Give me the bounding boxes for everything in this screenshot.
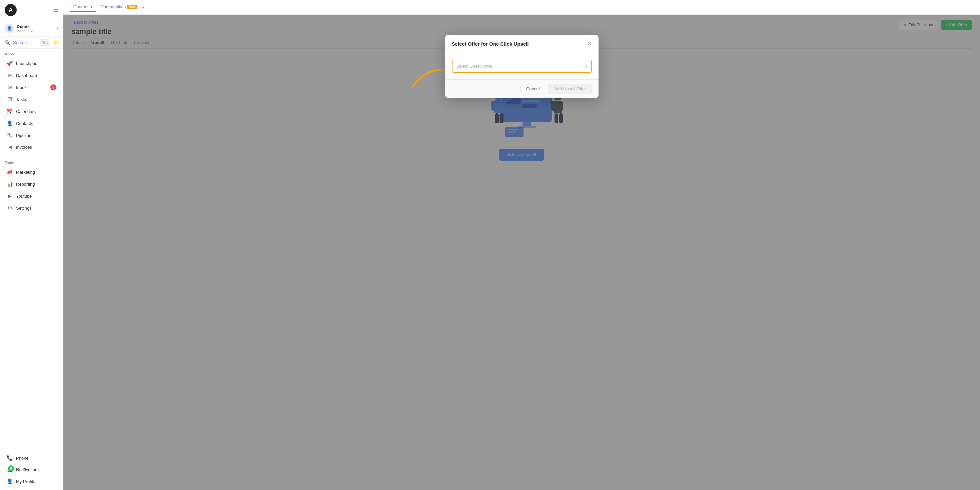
sidebar-item-phone[interactable]: 📞 Phone [2,452,61,464]
sidebar-item-reporting[interactable]: 📊 Reporting [2,178,61,190]
nav-courses[interactable]: Courses ▾ [70,2,96,12]
cancel-button[interactable]: Cancel [520,84,545,94]
modal-close-button[interactable]: ✕ [587,40,592,47]
nav-communities[interactable]: Communities New [97,2,140,12]
inbox-badge: 0 [50,84,56,90]
phone-icon: 📞 [7,455,13,461]
upsell-offer-select[interactable]: Select Upsell Offer [452,60,591,72]
user-name: Demo [17,24,33,29]
avatar: 👤 [5,24,14,33]
chevron-down-icon: ▾ [91,5,92,9]
modal-footer: Cancel Add Upsell Offer [445,80,598,98]
pipeline-icon: 🔧 [7,132,13,138]
add-upsell-offer-label: Add Upsell Offer [554,86,586,91]
notifications-icon: 🔔 9 [7,467,13,473]
sidebar-item-dashboard[interactable]: ⊞ Dashboard [2,70,61,81]
tasks-icon: ☑ [7,96,13,102]
sidebar-item-label: My Profile [16,479,56,484]
marketing-icon: 📣 [7,169,13,175]
sidebar-item-label: Settings [16,206,56,211]
sidebar-item-youtube[interactable]: ▶ Youtube [2,190,61,202]
chevron-down-icon[interactable]: ▾ [56,26,58,31]
cancel-label: Cancel [526,86,539,91]
page-content: ✏ Edit Checkout + Add Offer ‹ Back to of… [64,15,980,490]
modal-dialog: Select Offer for One Click Upsell ✕ Sele… [445,35,598,98]
search-label: Search [13,40,37,45]
sidebar-item-calendars[interactable]: 📅 Calendars [2,106,61,117]
sidebar-item-label: Launchpad [16,61,56,66]
sidebar-item-profile[interactable]: 👤 My Profile [2,476,61,487]
sidebar-item-notifications[interactable]: 🔔 9 Notifications [2,464,61,475]
page-inner: ✏ Edit Checkout + Add Offer ‹ Back to of… [64,15,980,490]
sidebar-item-label: Phone [16,456,56,461]
sidebar-item-marketing[interactable]: 📣 Marketing [2,166,61,178]
app-logo: A [5,4,17,16]
sidebar-item-pipeline[interactable]: 🔧 Pipeline [2,130,61,141]
sidebar-item-label: Pipeline [16,133,56,138]
youtube-icon: ▶ [7,193,13,199]
launchpad-icon: 🚀 [7,60,13,66]
sidebar-divider [0,155,63,155]
add-upsell-offer-button[interactable]: Add Upsell Offer [549,84,592,94]
apps-section-label: Apps [0,49,63,57]
sidebar-item-label: Youtube [16,194,56,199]
search-action-icon[interactable]: ⚡ [52,40,58,45]
communities-label: Communities [100,4,126,10]
sidebar-item-tasks[interactable]: ☑ Tasks [2,94,61,105]
search-shortcut: ⌘K [40,39,50,46]
tools-section-label: Tools [0,158,63,166]
modal-title: Select Offer for One Click Upsell [452,41,529,47]
sidebar-item-label: Inbox [16,85,47,90]
sidebar-item-label: Marketing [16,170,56,175]
top-nav: Courses ▾ Communities New ▾ [64,0,980,15]
main-content: Courses ▾ Communities New ▾ ✏ Edit Check… [64,0,980,490]
sidebar-item-inbox[interactable]: ✉ Inbox 0 [2,82,61,93]
more-nav-icon[interactable]: ▾ [142,5,145,10]
dashboard-icon: ⊞ [7,72,13,78]
sidebar-bottom: 📞 Phone 🔔 9 Notifications 👤 My Profile [0,449,63,490]
search-icon: 🔍 [5,40,10,45]
search-bar[interactable]: 🔍 Search ⌘K ⚡ [0,37,63,49]
sidebar-item-invoices[interactable]: 🖥 Invoices [2,142,61,153]
sidebar-item-label: Dashboard [16,73,56,78]
sidebar: A ☰ 👤 Demo Irvine, CA ▾ 🔍 Search ⌘K ⚡ Ap… [0,0,64,490]
profile-icon: 👤 [7,478,13,484]
user-info: 👤 Demo Irvine, CA [5,24,33,33]
contacts-icon: 👤 [7,120,13,126]
sidebar-item-contacts[interactable]: 👤 Contacts [2,118,61,129]
courses-label: Courses [73,4,89,10]
sidebar-item-label: Invoices [16,145,56,150]
invoices-icon: 🖥 [7,144,13,150]
notification-badge: 9 [8,465,14,471]
modal-body: Select Upsell Offer ▾ [445,53,598,80]
modal-overlay: Select Offer for One Click Upsell ✕ Sele… [64,15,980,490]
new-badge: New [127,5,137,9]
user-section[interactable]: 👤 Demo Irvine, CA ▾ [0,20,63,37]
sidebar-item-settings[interactable]: ⚙ Settings [2,202,61,214]
settings-icon: ⚙ [7,205,13,211]
sidebar-item-label: Calendars [16,109,56,114]
user-location: Irvine, CA [17,29,33,33]
sidebar-item-label: Notifications [16,467,56,473]
modal-header: Select Offer for One Click Upsell ✕ [445,35,598,53]
inbox-icon: ✉ [7,84,13,90]
hamburger-menu-icon[interactable]: ☰ [53,6,58,14]
sidebar-item-label: Reporting [16,182,56,187]
reporting-icon: 📊 [7,181,13,187]
sidebar-header: A ☰ [0,0,63,20]
calendars-icon: 📅 [7,108,13,115]
sidebar-item-label: Tasks [16,97,56,102]
sidebar-item-launchpad[interactable]: 🚀 Launchpad [2,58,61,69]
sidebar-item-label: Contacts [16,121,56,126]
upsell-offer-select-wrapper: Select Upsell Offer ▾ [452,60,592,73]
